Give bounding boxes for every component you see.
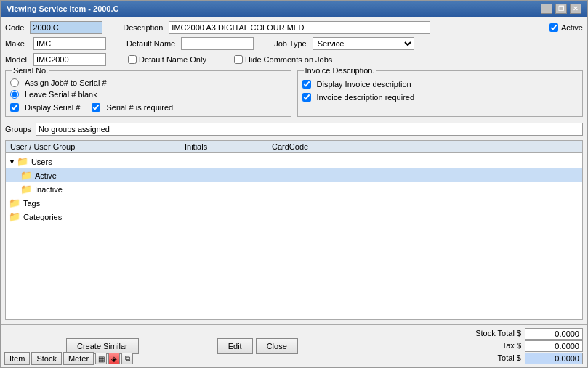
groups-input[interactable] — [36, 123, 583, 136]
hide-comments-checkbox[interactable] — [234, 55, 243, 64]
stock-total-label: Stock Total $ — [472, 328, 524, 340]
code-input[interactable] — [30, 21, 102, 34]
serial-section-title: Serial No. — [12, 66, 49, 75]
display-serial-checkbox[interactable] — [10, 103, 19, 112]
tree-label-categories: Categories — [23, 213, 62, 221]
default-name-label: Default Name — [126, 39, 175, 48]
display-invoice-label: Display Invoice description — [317, 80, 411, 89]
tab-item[interactable]: Item — [4, 352, 30, 365]
tree-item-inactive[interactable]: 📁 Inactive — [6, 182, 582, 196]
folder-icon-categories: 📁 — [9, 211, 20, 222]
groups-label: Groups — [5, 125, 31, 134]
row-code: Code Description Active — [5, 21, 583, 34]
tree-item-tags[interactable]: 📁 Tags — [6, 196, 582, 210]
description-input[interactable] — [169, 21, 430, 34]
close-button-main[interactable]: Close — [256, 338, 298, 354]
edit-button[interactable]: Edit — [217, 338, 253, 354]
assign-serial-label: Assign Job# to Serial # — [25, 78, 107, 87]
close-button[interactable]: ✕ — [570, 4, 581, 14]
tree-arrow-users: ▼ — [9, 158, 15, 165]
tree-label-users: Users — [31, 158, 52, 166]
active-label: Active — [561, 23, 583, 32]
window-title: Viewing Service Item - 2000.C — [7, 4, 118, 13]
table-icon[interactable]: ▦ — [95, 353, 107, 364]
bottom-left: Create Similar Edit Close Item Stock Met… — [5, 338, 298, 354]
active-checkbox[interactable] — [549, 23, 558, 32]
folder-icon-active: 📁 — [20, 170, 32, 181]
stock-total-value: 0.0000 — [525, 328, 583, 340]
model-input[interactable] — [33, 53, 106, 66]
tree-col-initials: Initials — [180, 141, 267, 152]
serial-required-label: Serial # is required — [106, 103, 173, 112]
tree-col-user: User / User Group — [6, 141, 180, 152]
folder-icon-users: 📁 — [17, 156, 28, 167]
bottom-right: Stock Total $ 0.0000 Tax $ 0.0000 Total … — [472, 328, 583, 364]
tree-label-active: Active — [35, 171, 57, 180]
display-serial-label: Display Serial # — [25, 103, 80, 112]
title-bar: Viewing Service Item - 2000.C ─ ❐ ✕ — [1, 1, 587, 17]
tree-col-cardcode: CardCode — [267, 141, 398, 152]
tree-label-tags: Tags — [23, 199, 40, 208]
tax-value: 0.0000 — [525, 340, 583, 352]
leave-serial-radio[interactable] — [10, 90, 19, 99]
minimize-button[interactable]: ─ — [541, 4, 552, 14]
main-window: Viewing Service Item - 2000.C ─ ❐ ✕ Code… — [0, 0, 588, 368]
tax-label: Tax $ — [472, 340, 524, 352]
tab-stock[interactable]: Stock — [31, 352, 62, 365]
total-label: Total $ — [472, 353, 524, 364]
invoice-required-label: Invoice description required — [317, 93, 415, 102]
model-label: Model — [5, 55, 27, 64]
row-model: Model Default Name Only Hide Comments on… — [5, 53, 583, 66]
groups-row: Groups — [5, 123, 583, 136]
leave-serial-label: Leave Serial # blank — [25, 90, 97, 99]
code-label: Code — [5, 23, 24, 32]
job-type-label: Job Type — [274, 39, 306, 48]
default-name-only-label: Default Name Only — [139, 55, 206, 64]
invoice-section: Invoice Description. Display Invoice des… — [297, 70, 584, 117]
main-content: Code Description Active Make Default Nam… — [1, 17, 587, 324]
title-controls: ─ ❐ ✕ — [541, 4, 581, 14]
bottom-bar: Create Similar Edit Close Item Stock Met… — [1, 324, 587, 367]
display-invoice-checkbox[interactable] — [302, 80, 311, 89]
description-label: Description — [123, 23, 163, 32]
tree-item-categories[interactable]: 📁 Categories — [6, 210, 582, 224]
tree-area: User / User Group Initials CardCode ▼ 📁 … — [5, 140, 583, 320]
totals-table: Stock Total $ 0.0000 Tax $ 0.0000 Total … — [472, 328, 583, 364]
folder-icon-inactive: 📁 — [20, 184, 32, 195]
invoice-required-checkbox[interactable] — [302, 93, 311, 102]
red-icon[interactable]: ◈ — [108, 353, 120, 364]
make-label: Make — [5, 39, 25, 48]
tabs-area: Item Stock Meter ▦ ◈ ⧉ — [4, 352, 133, 365]
sections-row: Serial No. Assign Job# to Serial # Leave… — [5, 70, 583, 117]
tree-item-active[interactable]: 📁 Active — [6, 168, 582, 182]
copy-icon[interactable]: ⧉ — [121, 353, 133, 364]
folder-icon-tags: 📁 — [9, 197, 20, 208]
default-name-only-checkbox[interactable] — [128, 55, 137, 64]
tree-label-inactive: Inactive — [35, 185, 63, 194]
tree-header: User / User Group Initials CardCode — [6, 141, 582, 153]
row-make: Make Default Name Job Type Service — [5, 37, 583, 50]
assign-serial-radio[interactable] — [10, 78, 19, 87]
hide-comments-label: Hide Comments on Jobs — [245, 55, 332, 64]
default-name-input[interactable] — [181, 37, 254, 50]
tab-meter[interactable]: Meter — [63, 352, 94, 365]
make-input[interactable] — [33, 37, 106, 50]
tree-item-users[interactable]: ▼ 📁 Users — [6, 155, 582, 168]
invoice-section-title: Invoice Description. — [304, 66, 376, 75]
serial-required-checkbox[interactable] — [92, 103, 100, 112]
tree-body: ▼ 📁 Users 📁 Active 📁 Inactive 📁 Tag — [6, 153, 582, 225]
job-type-select[interactable]: Service — [313, 37, 414, 50]
total-value: 0.0000 — [525, 353, 583, 364]
restore-button[interactable]: ❐ — [555, 4, 567, 14]
serial-section: Serial No. Assign Job# to Serial # Leave… — [5, 70, 291, 117]
